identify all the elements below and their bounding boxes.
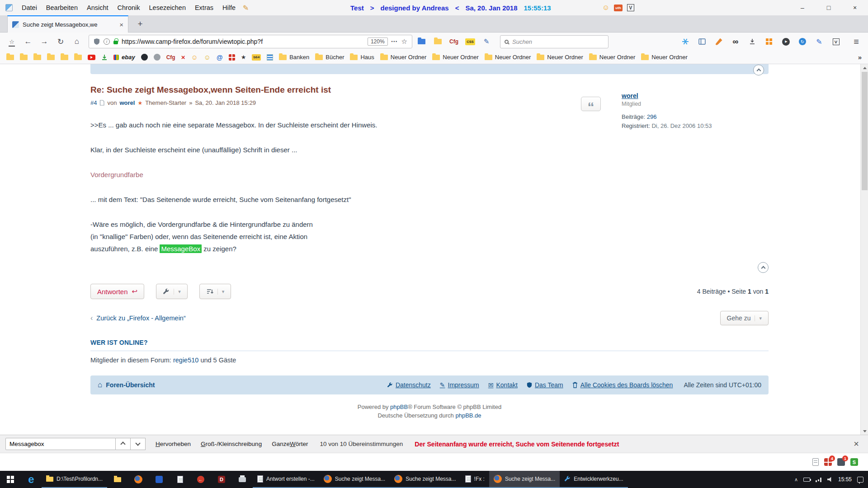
bookmark-folder-neuer-ordner[interactable]: Neuer Ordner xyxy=(537,54,583,61)
bookmarks-manager-button[interactable]: ☆ xyxy=(5,35,19,48)
tray-expand-icon[interactable]: ∧ xyxy=(794,477,798,483)
addon-dark-button[interactable]: 1 xyxy=(837,458,845,466)
bookmark-b64[interactable]: b64 xyxy=(252,54,261,61)
vertical-scrollbar[interactable] xyxy=(860,64,868,435)
bookmark-folder[interactable] xyxy=(20,55,28,60)
taskbar-devtools-window[interactable]: Entwicklerwerkzeu... xyxy=(560,471,627,488)
sort-button[interactable]: ▾ xyxy=(199,284,231,299)
download-icon[interactable] xyxy=(745,35,760,48)
menu-ansicht[interactable]: Ansicht xyxy=(82,4,113,11)
kontakt-link[interactable]: ✉ Kontakt xyxy=(488,381,518,389)
bookmark-folder-neuer-ordner[interactable]: Neuer Ordner xyxy=(589,54,635,61)
taskbar-blue-app-icon[interactable] xyxy=(149,471,170,488)
whole-words-button[interactable]: Ganze Wörter xyxy=(272,441,308,447)
page-actions-icon[interactable]: ••• xyxy=(392,39,398,44)
bookmark-folder[interactable] xyxy=(61,55,68,60)
taskbar-suche-window-2[interactable]: Suche zeigt Messa... xyxy=(390,471,460,488)
sync-icon[interactable]: ↻ xyxy=(795,35,810,48)
phpbb-de-link[interactable]: phpBB.de xyxy=(455,412,481,419)
impressum-link[interactable]: ✎ Impressum xyxy=(440,381,479,389)
smiley-icon[interactable]: ☺ xyxy=(602,4,609,12)
scrollbar-up-arrow[interactable] xyxy=(861,64,868,71)
delete-cookies-link[interactable]: Alle Cookies des Boards löschen xyxy=(572,381,673,389)
brush-icon[interactable] xyxy=(712,35,726,48)
bookmark-folder-neuer-ordner[interactable]: Neuer Ordner xyxy=(380,54,426,61)
zoom-level-indicator[interactable]: 120% xyxy=(368,38,388,46)
post-number-link[interactable]: #4 xyxy=(90,99,97,106)
taskbar-downloader-icon[interactable]: ← xyxy=(190,471,211,488)
menu-extras[interactable]: Extras xyxy=(190,4,218,11)
snowflake-icon[interactable] xyxy=(678,35,693,48)
url-bar[interactable]: i https://www.camp-firefox.de/forum/view… xyxy=(89,35,412,48)
find-input[interactable] xyxy=(5,438,116,450)
back-to-forum-link[interactable]: ‹ Zurück zu „Firefox - Allgemein“ xyxy=(90,314,186,322)
play-icon[interactable]: ▶ xyxy=(778,35,793,48)
bookmark-folder-neuer-ordner[interactable]: Neuer Ordner xyxy=(432,54,478,61)
tab-close-icon[interactable]: × xyxy=(119,21,123,28)
taskbar-folder-icon[interactable] xyxy=(107,471,128,488)
taskbar-antwort-window[interactable]: Antwort erstellen -... xyxy=(253,471,319,488)
info-icon[interactable]: i xyxy=(104,38,110,45)
post-author-link[interactable]: worel xyxy=(119,99,135,106)
taskbar-notepad-icon[interactable] xyxy=(170,471,190,488)
maximize-button[interactable]: □ xyxy=(816,0,842,15)
v-badge-icon[interactable]: V xyxy=(627,4,634,11)
taskbar-firefox-icon[interactable] xyxy=(128,471,149,488)
reload-button[interactable]: ↻ xyxy=(53,35,68,48)
uth-badge-icon[interactable]: uth xyxy=(614,5,622,11)
bookmark-folder-neuer-ordner[interactable]: Neuer Ordner xyxy=(485,54,531,61)
bookmark-folder-buecher[interactable]: Bücher xyxy=(315,54,344,61)
reply-button[interactable]: Antworten ↩ xyxy=(90,284,144,299)
taskbar-suche-window-active[interactable]: Suche zeigt Messa... xyxy=(489,471,560,488)
bookmark-folder[interactable] xyxy=(47,55,55,60)
minimize-button[interactable]: – xyxy=(789,0,816,15)
match-case-button[interactable]: Groß-/Kleinschreibung xyxy=(201,441,262,447)
search-input[interactable] xyxy=(512,38,604,45)
clock[interactable]: 15:55 xyxy=(838,476,852,483)
quote-button[interactable]: “ xyxy=(581,97,601,111)
bookmark-page-icon[interactable]: ☆ xyxy=(401,38,407,46)
edge-icon[interactable]: e xyxy=(21,471,42,488)
pencil-icon[interactable]: ✎ xyxy=(812,35,826,48)
battery-icon[interactable] xyxy=(803,478,810,482)
menu-chronik[interactable]: Chronik xyxy=(113,4,145,11)
bookmark-folder-neuer-ordner[interactable]: Neuer Ordner xyxy=(641,54,687,61)
url-text[interactable]: https://www.camp-firefox.de/forum/viewto… xyxy=(122,38,364,45)
bookmark-smiley-1[interactable]: ☺ xyxy=(191,53,198,61)
bookmark-ebay[interactable]: ebay xyxy=(113,54,135,61)
compose-icon[interactable]: ✎ xyxy=(479,35,494,48)
orange-grid-icon[interactable] xyxy=(762,35,776,48)
sidebar-icon[interactable] xyxy=(695,35,709,48)
start-button[interactable] xyxy=(0,471,21,488)
action-center-icon[interactable] xyxy=(857,477,863,483)
addon-grid-button[interactable]: 4 xyxy=(824,458,832,466)
datenschutz-link[interactable]: Datenschutz xyxy=(387,381,431,389)
home-button[interactable]: ⌂ xyxy=(70,35,84,48)
compose-pencil-icon[interactable]: ✎ xyxy=(243,4,249,12)
highlight-all-button[interactable]: Hervorheben xyxy=(156,441,191,447)
bookmark-folder-haus[interactable]: Haus xyxy=(350,54,374,61)
menu-datei[interactable]: Datei xyxy=(17,4,42,11)
cfg-addon-icon[interactable]: Cfg xyxy=(447,35,461,48)
v-addon-icon[interactable]: V xyxy=(829,35,843,48)
back-button[interactable]: ← xyxy=(21,35,35,48)
scrollbar-thumb[interactable] xyxy=(862,72,868,190)
topic-tools-button[interactable]: ▾ xyxy=(156,284,188,299)
menu-lesezeichen[interactable]: Lesezeichen xyxy=(145,4,190,11)
phpbb-link[interactable]: phpBB xyxy=(390,404,408,410)
post-title[interactable]: Re: Suche zeigt Messagebox,wenn Seiten-E… xyxy=(90,85,601,95)
menu-bearbeiten[interactable]: Bearbeiten xyxy=(42,4,82,11)
goto-dropdown-button[interactable]: Gehe zu ▾ xyxy=(720,311,769,325)
bookmark-striped[interactable] xyxy=(267,54,273,61)
notes-icon[interactable] xyxy=(812,458,819,466)
blue-folder-icon[interactable] xyxy=(414,35,429,48)
search-bar[interactable] xyxy=(500,35,609,48)
lock-icon[interactable] xyxy=(113,41,118,44)
find-next-button[interactable] xyxy=(131,438,146,450)
bookmark-folder[interactable] xyxy=(74,55,82,60)
bookmark-folder-banken[interactable]: Banken xyxy=(279,54,309,61)
findbar-close-icon[interactable]: × xyxy=(854,439,859,449)
tab-active[interactable]: Suche zeigt Messagebox,we × xyxy=(7,15,128,33)
taskbar-fx-window[interactable]: !Fx : xyxy=(461,471,489,488)
open-folder-icon[interactable] xyxy=(430,35,445,48)
